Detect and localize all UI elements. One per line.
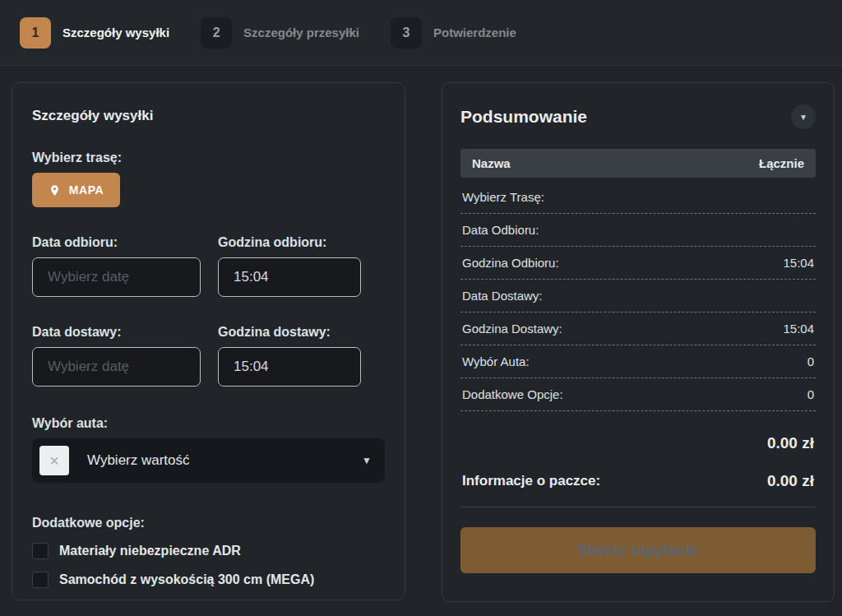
summary-header-total: Łącznie bbox=[759, 156, 804, 170]
adr-checkbox-label: Materiały niebezpieczne ADR bbox=[59, 544, 241, 558]
summary-row-label: Wybór Auta: bbox=[462, 354, 530, 368]
checkbox-row-mega[interactable]: Samochód z wysokością 300 cm (MEGA) bbox=[32, 572, 385, 588]
summary-row-extra-options: Dodatkowe Opcje: 0 bbox=[460, 378, 816, 411]
summary-title: Podsumowanie bbox=[460, 107, 587, 127]
summary-row-route: Wybierz Trasę: bbox=[460, 181, 816, 214]
summary-subtotal: 0.00 zł bbox=[462, 434, 814, 452]
checkbox-row-adr[interactable]: Materiały niebezpieczne ADR bbox=[32, 543, 385, 559]
summary-divider bbox=[460, 507, 816, 507]
chevron-down-icon: ▼ bbox=[799, 113, 807, 122]
step-3-number: 3 bbox=[391, 17, 422, 49]
delivery-time-label: Godzina dostawy: bbox=[218, 325, 361, 340]
wizard-stepper: 1 Szczegóły wysyłki 2 Szczegóły przesyłk… bbox=[0, 0, 842, 66]
create-inquiry-button[interactable]: Stwórz zapytanie bbox=[460, 527, 816, 573]
package-info-value: 0.00 zł bbox=[767, 472, 814, 490]
summary-header-name: Nazwa bbox=[472, 156, 511, 170]
summary-row-value: 15:04 bbox=[783, 256, 814, 270]
summary-row-pickup-date: Data Odbioru: bbox=[460, 214, 816, 247]
summary-row-delivery-time: Godzina Dostawy: 15:04 bbox=[460, 313, 816, 345]
pickup-date-input[interactable] bbox=[32, 257, 201, 297]
shipping-details-panel: Szczegóły wysyłki Wybierz trasę: MAPA Da… bbox=[12, 82, 405, 600]
summary-row-label: Dodatkowe Opcje: bbox=[462, 387, 563, 401]
vehicle-select[interactable]: × Wybierz wartość ▼ bbox=[32, 438, 385, 483]
delivery-date-label: Data dostawy: bbox=[32, 325, 201, 340]
summary-row-pickup-time: Godzina Odbioru: 15:04 bbox=[460, 247, 816, 280]
map-button-label: MAPA bbox=[69, 183, 104, 197]
vehicle-select-placeholder: Wybierz wartość bbox=[87, 452, 362, 469]
summary-row-value: 0 bbox=[807, 387, 814, 401]
pickup-time-input[interactable] bbox=[218, 257, 361, 297]
summary-panel: Podsumowanie ▼ Nazwa Łącznie Wybierz Tra… bbox=[442, 82, 835, 602]
mega-checkbox[interactable] bbox=[32, 572, 49, 588]
summary-row-label: Godzina Odbioru: bbox=[462, 256, 559, 270]
pickup-date-label: Data odbioru: bbox=[32, 235, 201, 250]
map-pin-icon bbox=[49, 184, 61, 197]
step-1-label: Szczegóły wysyłki bbox=[62, 25, 169, 39]
step-3-label: Potwierdzenie bbox=[433, 25, 516, 39]
summary-collapse-button[interactable]: ▼ bbox=[791, 104, 816, 129]
clear-selection-button[interactable]: × bbox=[39, 446, 69, 475]
step-2-package-details[interactable]: 2 Szczegóły przesyłki bbox=[201, 17, 359, 49]
step-1-shipping-details[interactable]: 1 Szczegóły wysyłki bbox=[20, 17, 169, 49]
summary-row-label: Data Dostawy: bbox=[462, 289, 543, 303]
route-label: Wybierz trasę: bbox=[32, 151, 385, 165]
summary-row-vehicle: Wybór Auta: 0 bbox=[460, 345, 816, 378]
step-3-confirmation[interactable]: 3 Potwierdzenie bbox=[391, 17, 516, 49]
adr-checkbox[interactable] bbox=[32, 543, 49, 559]
summary-row-label: Wybierz Trasę: bbox=[462, 190, 544, 204]
map-button[interactable]: MAPA bbox=[32, 173, 120, 207]
form-title: Szczegóły wysyłki bbox=[32, 108, 385, 124]
summary-row-label: Data Odbioru: bbox=[462, 223, 539, 237]
step-2-label: Szczegóły przesyłki bbox=[243, 25, 359, 39]
step-1-number: 1 bbox=[20, 17, 51, 49]
clear-x-icon: × bbox=[49, 452, 59, 469]
summary-row-label: Godzina Dostawy: bbox=[462, 322, 562, 336]
summary-row-value: 0 bbox=[807, 354, 814, 368]
vehicle-label: Wybór auta: bbox=[32, 416, 385, 431]
summary-table-header: Nazwa Łącznie bbox=[460, 149, 816, 178]
delivery-time-input[interactable] bbox=[218, 347, 361, 387]
options-label: Dodatkowe opcje: bbox=[32, 516, 385, 530]
summary-row-delivery-date: Data Dostawy: bbox=[460, 280, 816, 313]
pickup-time-label: Godzina odbioru: bbox=[218, 235, 361, 250]
delivery-date-input[interactable] bbox=[32, 347, 201, 387]
chevron-down-icon: ▼ bbox=[362, 455, 372, 466]
package-info-label: Informacje o paczce: bbox=[462, 473, 600, 489]
step-2-number: 2 bbox=[201, 17, 232, 49]
mega-checkbox-label: Samochód z wysokością 300 cm (MEGA) bbox=[59, 572, 314, 587]
summary-row-value: 15:04 bbox=[783, 322, 814, 336]
